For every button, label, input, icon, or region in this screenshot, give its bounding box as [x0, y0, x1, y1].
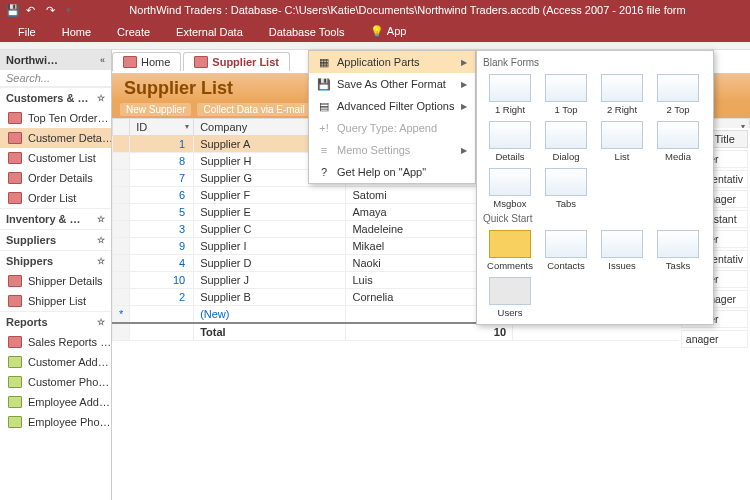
cell-id[interactable]: 9 [130, 238, 194, 255]
row-selector[interactable] [113, 153, 130, 170]
redo-icon[interactable]: ↷ [46, 4, 58, 16]
nav-group[interactable]: Inventory & …☆ [0, 208, 111, 229]
gallery-item[interactable]: 2 Top [651, 72, 705, 117]
nav-item[interactable]: Shipper Details [0, 271, 111, 291]
menu-item[interactable]: 💾Save As Other Format▶ [309, 73, 475, 95]
cell-id[interactable]: 5 [130, 204, 194, 221]
cell-company[interactable]: Supplier J [194, 272, 346, 289]
menu-item[interactable]: ▦Application Parts▶ [309, 51, 475, 73]
nav-search[interactable]: Search... [0, 70, 111, 87]
row-selector[interactable] [113, 170, 130, 187]
cell-id[interactable]: 10 [130, 272, 194, 289]
gallery-item[interactable]: Issues [595, 228, 649, 273]
gallery-item[interactable]: Msgbox [483, 166, 537, 211]
row-selector[interactable] [113, 272, 130, 289]
document-tab[interactable]: Home [112, 52, 181, 71]
ribbon-tab-home[interactable]: Home [50, 22, 103, 42]
ribbon-body [0, 42, 750, 50]
menu-icon: +! [317, 121, 331, 135]
cell-company[interactable]: Supplier F [194, 187, 346, 204]
gallery-item[interactable]: Details [483, 119, 537, 164]
cell-id[interactable]: 6 [130, 187, 194, 204]
cell-id[interactable]: 8 [130, 153, 194, 170]
menu-item[interactable]: ▤Advanced Filter Options▶ [309, 95, 475, 117]
gallery-item-label: List [615, 151, 630, 162]
cell-id[interactable]: 2 [130, 289, 194, 306]
nav-group[interactable]: Customers & …☆ [0, 87, 111, 108]
row-selector[interactable] [113, 136, 130, 153]
nav-header[interactable]: Northwi… « [0, 50, 111, 70]
gallery-item[interactable]: Media [651, 119, 705, 164]
title-bar: 💾 ↶ ↷ ▾ NorthWind Traders : Database- C:… [0, 0, 750, 20]
gallery-item-label: Details [495, 151, 524, 162]
nav-item[interactable]: Top Ten Order… [0, 108, 111, 128]
nav-item[interactable]: Customer Deta… [0, 128, 111, 148]
nav-item[interactable]: Customer List [0, 148, 111, 168]
row-selector[interactable] [113, 221, 130, 238]
chevron-down-icon[interactable]: « [100, 55, 105, 65]
save-icon[interactable]: 💾 [6, 4, 18, 16]
cell-company[interactable]: Supplier B [194, 289, 346, 306]
nav-group[interactable]: Suppliers☆ [0, 229, 111, 250]
row-selector[interactable] [113, 238, 130, 255]
nav-item[interactable]: Customer Pho… [0, 372, 111, 392]
gallery-item[interactable]: Tabs [539, 166, 593, 211]
nav-item[interactable]: Order Details [0, 168, 111, 188]
template-thumb-icon [601, 74, 643, 102]
gallery-item[interactable]: Contacts [539, 228, 593, 273]
form-icon [8, 112, 22, 124]
submenu-arrow-icon: ▶ [461, 102, 467, 111]
row-selector[interactable] [113, 255, 130, 272]
cell-company[interactable]: Supplier D [194, 255, 346, 272]
nav-item[interactable]: Order List [0, 188, 111, 208]
cell-id[interactable]: 4 [130, 255, 194, 272]
undo-icon[interactable]: ↶ [26, 4, 38, 16]
nav-item[interactable]: Sales Reports … [0, 332, 111, 352]
menu-icon: ▦ [317, 55, 331, 69]
gallery-item[interactable]: 1 Top [539, 72, 593, 117]
gallery-item[interactable]: Tasks [651, 228, 705, 273]
ribbon-tab-create[interactable]: Create [105, 22, 162, 42]
menu-icon: ? [317, 165, 331, 179]
cell-job-title[interactable]: anager [681, 330, 748, 348]
gallery-item[interactable]: Users [483, 275, 537, 320]
form-icon [123, 56, 137, 68]
template-thumb-icon [657, 121, 699, 149]
nav-item[interactable]: Shipper List [0, 291, 111, 311]
gallery-item[interactable]: Dialog [539, 119, 593, 164]
menu-item[interactable]: ?Get Help on "App" [309, 161, 475, 183]
form-toolbar-button[interactable]: New Supplier [120, 103, 191, 116]
nav-item[interactable]: Customer Add… [0, 352, 111, 372]
nav-item-label: Order Details [28, 172, 93, 184]
report-icon [8, 396, 22, 408]
template-thumb-icon [545, 121, 587, 149]
row-selector[interactable] [113, 289, 130, 306]
row-selector[interactable] [113, 204, 130, 221]
cell-id[interactable]: 3 [130, 221, 194, 238]
cell-company[interactable]: Supplier C [194, 221, 346, 238]
cell-company[interactable]: Supplier I [194, 238, 346, 255]
template-thumb-icon [489, 121, 531, 149]
ribbon-tab-file[interactable]: File [6, 22, 48, 42]
gallery-item[interactable]: Comments [483, 228, 537, 273]
form-toolbar-button[interactable]: Collect Data via E-mail [197, 103, 310, 116]
ribbon-tab-database-tools[interactable]: Database Tools [257, 22, 357, 42]
ribbon-tab-external-data[interactable]: External Data [164, 22, 255, 42]
cell-company[interactable]: Supplier E [194, 204, 346, 221]
nav-group[interactable]: Shippers☆ [0, 250, 111, 271]
nav-item[interactable]: Employee Add… [0, 392, 111, 412]
gallery-item[interactable]: List [595, 119, 649, 164]
row-selector[interactable] [113, 187, 130, 204]
menu-item: +!Query Type: Append [309, 117, 475, 139]
cell-id[interactable]: 7 [130, 170, 194, 187]
nav-group[interactable]: Reports☆ [0, 311, 111, 332]
nav-item[interactable]: Employee Pho… [0, 412, 111, 432]
gallery-item[interactable]: 1 Right [483, 72, 537, 117]
column-header[interactable]: ID▾ [130, 119, 194, 136]
document-tab[interactable]: Supplier List [183, 52, 290, 71]
ribbon-tab-app[interactable]: 💡 App [358, 21, 418, 42]
row-selector-header[interactable] [113, 119, 130, 136]
gallery-item[interactable]: 2 Right [595, 72, 649, 117]
cell-id[interactable]: 1 [130, 136, 194, 153]
total-row: Total10 [113, 323, 750, 341]
